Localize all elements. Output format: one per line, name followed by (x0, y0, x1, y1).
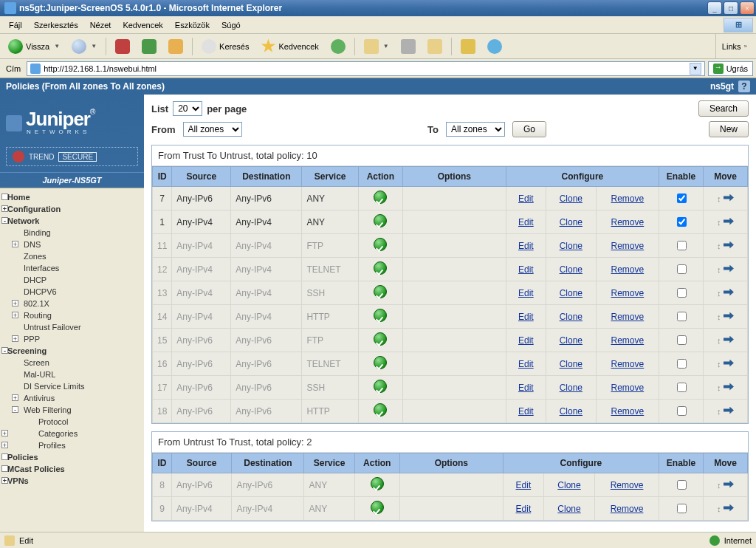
menu-file[interactable]: Fájl (3, 19, 28, 31)
tree-toggle-icon[interactable]: - (12, 406, 18, 413)
enable-checkbox[interactable] (677, 480, 687, 490)
nav-item-screen[interactable]: Screen (0, 357, 144, 369)
close-button[interactable]: × (740, 1, 755, 15)
nav-item-antivirus[interactable]: +Antivirus (0, 392, 144, 404)
clone-link[interactable]: Clone (557, 504, 580, 514)
move-arrow-icon[interactable] (724, 360, 734, 367)
nav-item-configuration[interactable]: +Configuration (0, 203, 144, 215)
tree-toggle-icon[interactable] (1, 193, 8, 200)
home-button[interactable] (163, 36, 188, 57)
edit-link[interactable]: Edit (518, 359, 534, 369)
discuss-button[interactable] (456, 36, 481, 57)
move-up-icon[interactable]: ↕ (717, 242, 721, 250)
nav-item-home[interactable]: Home (0, 191, 144, 203)
nav-item-dns[interactable]: +DNS (0, 239, 144, 250)
enable-checkbox[interactable] (677, 312, 687, 321)
move-arrow-icon[interactable] (724, 265, 734, 273)
move-arrow-icon[interactable] (724, 289, 734, 296)
edit-link[interactable]: Edit (518, 217, 534, 227)
enable-checkbox[interactable] (677, 383, 687, 392)
nav-item-interfaces[interactable]: Interfaces (0, 262, 144, 274)
move-up-icon[interactable]: ↕ (717, 194, 721, 203)
move-arrow-icon[interactable] (724, 383, 734, 391)
edit-link[interactable]: Edit (516, 480, 532, 490)
enable-checkbox[interactable] (677, 335, 687, 345)
chevron-down-icon[interactable]: ▼ (690, 63, 701, 75)
tree-toggle-icon[interactable]: + (1, 430, 8, 436)
enable-checkbox[interactable] (677, 217, 687, 227)
move-arrow-icon[interactable] (724, 504, 734, 512)
remove-link[interactable]: Remove (611, 312, 645, 322)
remove-link[interactable]: Remove (611, 335, 645, 346)
remove-link[interactable]: Remove (611, 480, 644, 490)
nav-item-di-service-limits[interactable]: DI Service Limits (0, 380, 144, 392)
refresh-button[interactable] (137, 36, 162, 57)
move-arrow-icon[interactable] (724, 312, 734, 320)
move-up-icon[interactable]: ↕ (717, 481, 721, 490)
tree-toggle-icon[interactable]: + (1, 205, 8, 212)
nav-item-protocol[interactable]: Protocol (0, 416, 144, 428)
tree-toggle-icon[interactable]: + (12, 312, 18, 318)
edit-button[interactable] (422, 36, 447, 57)
maximize-button[interactable]: □ (724, 1, 738, 15)
nav-item-categories[interactable]: +Categories (0, 428, 144, 439)
remove-link[interactable]: Remove (611, 359, 645, 369)
move-arrow-icon[interactable] (724, 336, 734, 343)
nav-item-web-filtering[interactable]: -Web Filtering (0, 404, 144, 416)
nav-item-policies[interactable]: Policies (0, 451, 144, 463)
mail-button[interactable]: ▼ (359, 36, 394, 57)
nav-item-zones[interactable]: Zones (0, 250, 144, 262)
nav-item-ppp[interactable]: +PPP (0, 333, 144, 345)
nav-item-802-1x[interactable]: +802.1X (0, 298, 144, 309)
remove-link[interactable]: Remove (611, 406, 645, 417)
list-per-page-select[interactable]: 20 (173, 101, 202, 116)
menu-favorites[interactable]: Kedvencek (117, 19, 168, 31)
nav-item-screening[interactable]: -Screening (0, 345, 144, 357)
move-up-icon[interactable]: ↕ (717, 336, 721, 345)
clone-link[interactable]: Clone (560, 241, 583, 251)
move-up-icon[interactable]: ↕ (717, 265, 721, 274)
nav-item-untrust-failover[interactable]: Untrust Failover (0, 321, 144, 333)
search-button[interactable]: Search (698, 100, 749, 117)
tree-toggle-icon[interactable]: + (12, 394, 18, 401)
minimize-button[interactable]: _ (707, 1, 722, 15)
menu-help[interactable]: Súgó (216, 19, 247, 31)
stop-button[interactable] (110, 36, 135, 57)
enable-checkbox[interactable] (677, 193, 687, 203)
edit-link[interactable]: Edit (516, 504, 532, 514)
move-up-icon[interactable]: ↕ (717, 360, 721, 369)
go-button[interactable]: Ugrás (708, 61, 753, 76)
clone-link[interactable]: Clone (560, 383, 583, 393)
go-button[interactable]: Go (512, 121, 546, 137)
move-arrow-icon[interactable] (724, 481, 734, 488)
remove-link[interactable]: Remove (611, 504, 644, 514)
menu-tools[interactable]: Eszközök (169, 19, 216, 31)
edit-link[interactable]: Edit (518, 288, 534, 298)
edit-link[interactable]: Edit (518, 312, 534, 322)
move-arrow-icon[interactable] (724, 407, 734, 414)
remove-link[interactable]: Remove (611, 264, 645, 275)
nav-item-dhcp[interactable]: DHCP (0, 274, 144, 286)
tree-toggle-icon[interactable] (1, 453, 8, 460)
help-button[interactable]: ? (738, 81, 750, 92)
links-label[interactable]: Links (722, 42, 741, 51)
address-field[interactable]: http://192.168.1.1/nswebui.html ▼ (27, 61, 704, 76)
edit-link[interactable]: Edit (518, 264, 534, 275)
nav-item-network[interactable]: -Network (0, 215, 144, 227)
move-arrow-icon[interactable] (724, 242, 734, 249)
nav-item-binding[interactable]: Binding (0, 227, 144, 239)
remove-link[interactable]: Remove (611, 241, 645, 251)
edit-link[interactable]: Edit (518, 406, 534, 417)
tree-toggle-icon[interactable]: - (1, 217, 8, 224)
menu-edit[interactable]: Szerkesztés (28, 19, 84, 31)
remove-link[interactable]: Remove (611, 383, 645, 393)
new-button[interactable]: New (709, 121, 749, 137)
nav-item-mal-url[interactable]: Mal-URL (0, 369, 144, 380)
move-up-icon[interactable]: ↕ (717, 407, 721, 416)
tree-toggle-icon[interactable]: + (12, 300, 18, 306)
nav-item-routing[interactable]: +Routing (0, 309, 144, 321)
favorites-button[interactable]: Kedvencek (255, 36, 323, 57)
edit-link[interactable]: Edit (518, 241, 534, 251)
clone-link[interactable]: Clone (560, 359, 583, 369)
tree-toggle-icon[interactable]: + (12, 241, 18, 247)
